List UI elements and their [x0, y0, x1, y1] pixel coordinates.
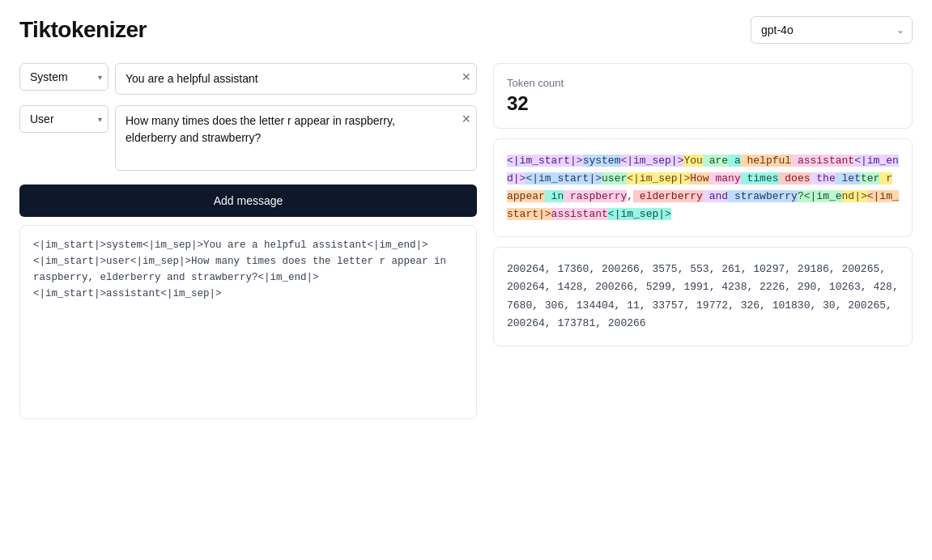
token-system: system	[583, 155, 621, 167]
token-how: How	[690, 172, 709, 185]
right-panel: Token count 32 <|im_start|>system<|im_se…	[493, 63, 913, 419]
colored-tokens-box: <|im_start|>system<|im_sep|>You are a he…	[493, 138, 913, 237]
role-select-system[interactable]: System User Assistant	[19, 63, 109, 91]
raw-sep-2: <|im_sep|>	[130, 256, 191, 267]
raw-end-1: <|im_end|>	[368, 240, 428, 251]
token-count-box: Token count 32	[493, 63, 913, 129]
role-select-wrapper-user: System User Assistant ▾	[19, 105, 109, 133]
token-im-end-1a: <|im	[854, 155, 879, 167]
system-message-input[interactable]: You are a helpful assistant	[115, 63, 477, 95]
token-in: in	[545, 190, 564, 202]
token-many: many	[709, 172, 741, 185]
model-selector-wrapper: gpt-4o gpt-3.5-turbo gpt-4 cl100k_base ⌄	[751, 16, 913, 44]
token-strawberry: strawberry	[728, 190, 798, 202]
token-raspberry: raspberry	[564, 190, 627, 202]
token-count-value: 32	[507, 92, 899, 115]
token-question-end: ?<|im_e	[798, 190, 842, 202]
user-message-input[interactable]: How many times does the letter r appear …	[115, 105, 477, 171]
token-im-sep-3: <|im_sep|>	[608, 208, 671, 220]
main-content: System User Assistant ▾ You are a helpfu…	[19, 63, 913, 419]
token-helpful: helpful	[741, 155, 791, 167]
user-message-input-wrapper: How many times does the letter r appear …	[115, 105, 477, 173]
token-im-sep-1: <|im_sep|>	[620, 155, 683, 167]
token-ids-value: 200264, 17360, 200266, 3575, 553, 261, 1…	[507, 261, 899, 332]
raw-tag-2: <|im_start|>	[33, 256, 106, 267]
token-nd: nd|>	[842, 190, 867, 202]
message-row-system: System User Assistant ▾ You are a helpfu…	[19, 63, 477, 97]
token-assistant-1: assistant	[791, 155, 854, 167]
raw-sep-3: <|im_sep|>	[161, 288, 222, 299]
token-and: and	[703, 190, 728, 202]
left-panel: System User Assistant ▾ You are a helpfu…	[19, 63, 477, 419]
role-select-wrapper-system: System User Assistant ▾	[19, 63, 109, 91]
token-ter: ter	[861, 172, 879, 185]
app-title: Tiktokenizer	[19, 17, 147, 43]
raw-system-1: system	[106, 240, 143, 251]
token-assistant-2: assistant	[551, 208, 608, 220]
token-im-sep-2: <|im_sep|>	[627, 172, 690, 185]
token-times: times	[741, 172, 779, 185]
token-ids-box: 200264, 17360, 200266, 3575, 553, 261, 1…	[493, 247, 913, 346]
user-message-close-button[interactable]: ×	[462, 112, 470, 126]
system-message-input-wrapper: You are a helpful assistant ×	[115, 63, 477, 97]
raw-assistant-1: assistant	[106, 288, 161, 299]
token-r: r	[879, 172, 892, 185]
raw-end-2: <|im_end|>	[258, 272, 319, 283]
raw-tag-1: <|im_start|>	[33, 240, 106, 251]
model-select[interactable]: gpt-4o gpt-3.5-turbo gpt-4 cl100k_base	[751, 16, 913, 44]
token-are: are	[703, 155, 728, 167]
raw-sep-1: <|im_sep|>	[143, 240, 203, 251]
token-im-start-1: <|im_start|>	[507, 155, 583, 167]
add-message-button[interactable]: Add message	[19, 185, 477, 217]
token-im-start-2: <|im_start|>	[526, 172, 602, 185]
raw-content-1: You are a helpful assistant	[203, 240, 368, 251]
header: Tiktokenizer gpt-4o gpt-3.5-turbo gpt-4 …	[19, 16, 913, 44]
token-count-label: Token count	[507, 77, 899, 89]
token-elderberry: elderberry	[633, 190, 703, 202]
token-let: let	[836, 172, 861, 185]
token-appear: appear	[507, 190, 545, 202]
role-select-user[interactable]: System User Assistant	[19, 105, 109, 133]
token-user: user	[602, 172, 627, 185]
token-does: does	[779, 172, 811, 185]
message-row-user: System User Assistant ▾ How many times d…	[19, 105, 477, 173]
token-the: the	[811, 172, 836, 185]
token-comma: ,	[627, 190, 633, 202]
token-you: You	[683, 155, 702, 167]
token-a: a	[728, 155, 741, 167]
raw-tag-3: <|im_start|>	[33, 288, 106, 299]
raw-user-1: user	[106, 256, 130, 267]
system-message-close-button[interactable]: ×	[462, 70, 470, 84]
raw-output-box: <|im_start|>system<|im_sep|>You are a he…	[19, 225, 477, 419]
